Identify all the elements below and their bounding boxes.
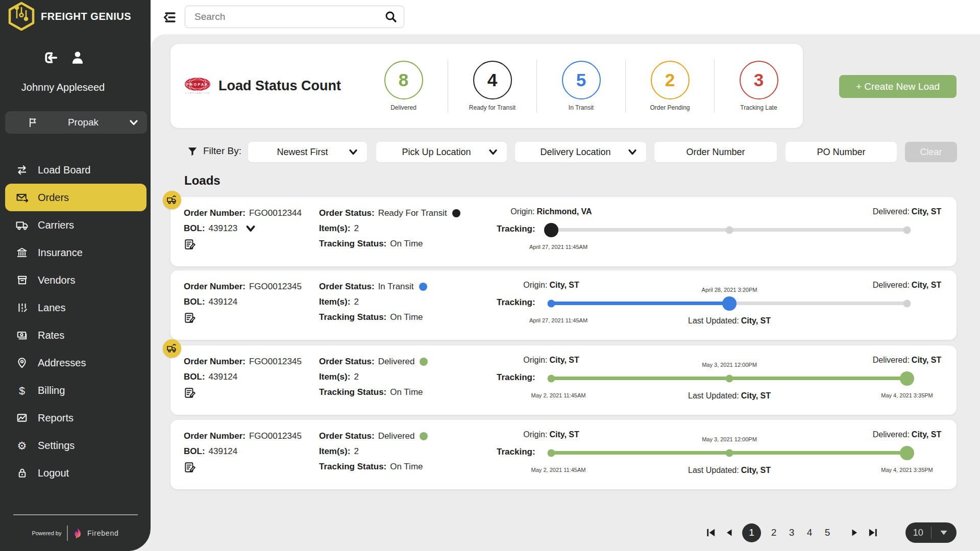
count-order-pending: 2 Order Pending [626, 61, 714, 111]
propak-logo: PROPAK CORPORATION [184, 71, 211, 101]
origin-text: Origin:City, ST [523, 281, 579, 290]
start-timestamp: May 2, 2021 11:45AM [531, 467, 586, 473]
end-timestamp: May 4, 2021 3:35PM [881, 467, 933, 473]
start-timestamp: April 27, 2021 11:45AM [529, 317, 587, 323]
search-input[interactable] [185, 11, 384, 22]
first-page-button[interactable] [705, 527, 717, 538]
sidebar-item-billing[interactable]: $ Billing [5, 377, 146, 404]
sidebar-item-carriers[interactable]: Carriers [5, 211, 146, 239]
last-updated-text: Last Updated:City, ST [688, 391, 771, 400]
page-button-3[interactable]: 3 [787, 527, 797, 538]
filter-bar: Filter By: Newest First Pick Up Location… [170, 142, 957, 162]
load-card: Order Number: FGO0012345 BOL: 439124 Ord… [170, 420, 957, 489]
lanes-icon [15, 302, 29, 313]
tracking-label: Tracking: [497, 447, 535, 457]
tracking-section: Tracking: Origin:City, ST Delivered:City… [170, 420, 957, 489]
sidebar-item-logout[interactable]: Logout [5, 459, 146, 487]
midpoint-timestamp: April 28, 2021 3:20PM [702, 287, 757, 293]
firebend-flame-icon [74, 528, 82, 539]
tracking-dot [548, 449, 555, 457]
tracking-dot [548, 299, 555, 307]
tracking-progress-bar [551, 451, 907, 455]
last-updated-text: Last Updated:City, ST [688, 316, 771, 325]
count-in-transit: 5 In Transit [537, 61, 625, 111]
chevron-down-icon [129, 117, 139, 128]
sort-dropdown[interactable]: Newest First [248, 142, 367, 162]
sidebar-item-rates[interactable]: Rates [5, 321, 146, 349]
chevron-down-icon [487, 147, 499, 157]
collapse-sidebar-button[interactable] [161, 9, 178, 26]
map-pin-icon [15, 357, 29, 369]
profile-button[interactable] [71, 51, 84, 64]
company-selector-label: Propak [38, 117, 129, 128]
logout-shortcut-button[interactable] [43, 51, 58, 64]
tracking-section: Tracking: Origin:City, ST Delivered:City… [170, 270, 957, 340]
company-selector[interactable]: Propak [5, 111, 147, 134]
tracking-section: Tracking: Origin:Richmond, VA Delivered:… [170, 197, 957, 266]
brand-name: FREIGHT GENIUS [41, 11, 131, 22]
lock-icon [15, 467, 29, 479]
delivered-text: Delivered:City, ST [873, 430, 941, 439]
previous-page-button[interactable] [724, 527, 734, 538]
sidebar-item-vendors[interactable]: Vendors [5, 266, 146, 294]
tracking-dot [725, 226, 733, 234]
delivery-location-dropdown[interactable]: Delivery Location [515, 142, 646, 162]
origin-text: Origin:City, ST [523, 356, 579, 365]
midpoint-timestamp: May 3, 2021 12:00PM [702, 362, 757, 368]
count-delivered: 8 Delivered [359, 61, 448, 111]
origin-text: Origin:City, ST [523, 430, 579, 439]
create-new-load-button[interactable]: + Create New Load [839, 75, 957, 98]
page-button-4[interactable]: 4 [804, 527, 815, 538]
filter-by-label: Filter By: [203, 145, 241, 157]
swap-arrows-icon [15, 164, 29, 176]
pickup-location-dropdown[interactable]: Pick Up Location [376, 142, 507, 162]
last-page-button[interactable] [867, 527, 878, 538]
load-card: Order Number: FGO0012345 BOL: 439124 Ord… [170, 270, 957, 340]
sidebar-item-settings[interactable]: ⚙ Settings [5, 432, 146, 459]
sidebar-item-orders[interactable]: Orders [5, 184, 146, 211]
clear-filters-button[interactable]: Clear [905, 142, 957, 162]
pagination: 1 2 3 4 5 [705, 522, 878, 543]
po-number-input[interactable] [786, 142, 897, 162]
start-timestamp: May 2, 2021 11:45AM [531, 392, 586, 398]
order-number-input[interactable] [654, 142, 777, 162]
page-button-1[interactable]: 1 [742, 523, 761, 542]
delivered-text: Delivered:City, ST [873, 356, 941, 365]
sidebar-item-reports[interactable]: Reports [5, 404, 146, 432]
page-button-5[interactable]: 5 [822, 527, 832, 538]
sidebar-nav: Load Board Orders Carriers [0, 156, 151, 487]
sidebar-item-lanes[interactable]: Lanes [5, 294, 146, 321]
archive-box-icon [15, 274, 29, 286]
load-card: Order Number: FGO0012344 BOL: 439123 Ord… [170, 197, 957, 266]
end-timestamp: May 4, 2021 3:35PM [881, 392, 933, 398]
svg-text:PROPAK: PROPAK [186, 82, 209, 86]
status-counts: 8 Delivered 4 Ready for Transit 5 In Tra… [359, 60, 803, 113]
logout-exit-icon [43, 51, 58, 64]
sidebar-item-insurance[interactable]: Insurance [5, 239, 146, 266]
delivered-text: Delivered:City, ST [873, 281, 941, 290]
next-page-icon [849, 527, 860, 538]
brand: FREIGHT GENIUS [7, 1, 131, 32]
last-page-icon [867, 527, 878, 538]
page-size-dropdown[interactable]: 10 [905, 522, 957, 543]
cash-icon [15, 330, 29, 341]
sidebar-item-load-board[interactable]: Load Board [5, 156, 146, 184]
search-bar [185, 6, 404, 28]
filter-funnel-icon [187, 146, 198, 157]
loads-heading: Loads [184, 173, 220, 188]
user-name: Johnny Appleseed [0, 82, 138, 93]
tracking-dot [548, 374, 555, 382]
envelope-arrow-icon [15, 192, 29, 203]
tracking-label: Tracking: [497, 372, 535, 383]
tracking-section: Tracking: Origin:City, ST Delivered:City… [170, 345, 957, 415]
flag-icon [28, 117, 38, 128]
gear-icon: ⚙ [15, 440, 29, 451]
sidebar-item-addresses[interactable]: Addresses [5, 349, 146, 377]
sidebar: FREIGHT GENIUS Johnny Appleseed Propak [0, 0, 151, 551]
tracking-dot [725, 374, 733, 382]
first-page-icon [705, 527, 717, 538]
search-icon[interactable] [384, 10, 398, 23]
page-button-2[interactable]: 2 [769, 527, 779, 538]
next-page-button[interactable] [849, 527, 860, 538]
tracking-dot [903, 226, 911, 234]
